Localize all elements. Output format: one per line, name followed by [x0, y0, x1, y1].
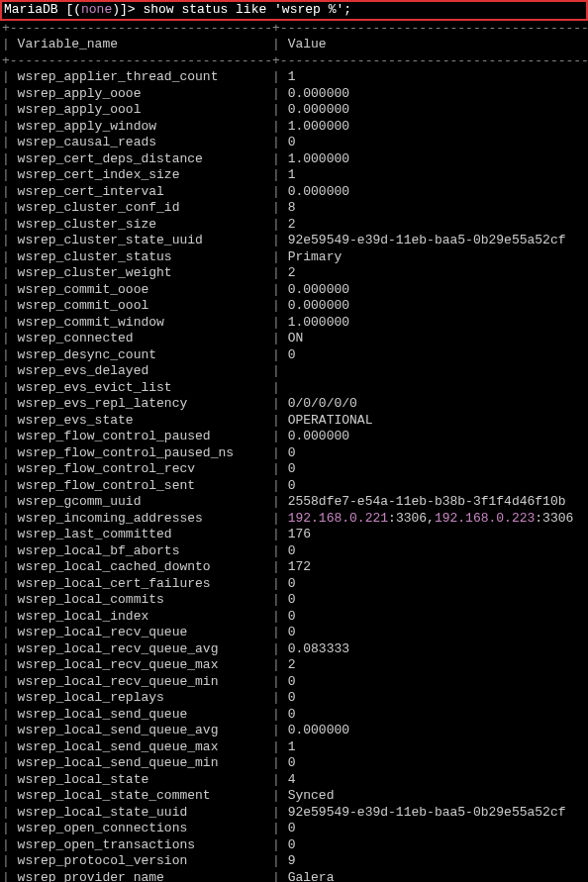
- table-row: | wsrep_provider_name | Galera: [0, 870, 588, 883]
- table-row: | wsrep_evs_repl_latency | 0/0/0/0/0: [0, 396, 588, 413]
- status-value: 0.000000: [288, 86, 349, 101]
- status-variable: wsrep_local_cert_failures: [18, 576, 265, 591]
- status-value: 0: [288, 755, 296, 770]
- status-variable: wsrep_local_recv_queue: [18, 625, 265, 639]
- status-variable: wsrep_connected: [18, 331, 265, 345]
- status-value: 0.000000: [288, 184, 349, 199]
- sql-prompt[interactable]: MariaDB [(none)]> show status like 'wsre…: [0, 0, 588, 21]
- status-variable: wsrep_local_bf_aborts: [18, 543, 265, 558]
- status-value: 2558dfe7-e54a-11eb-b38b-3f1f4d46f10b: [288, 494, 566, 509]
- status-variable: wsrep_local_commits: [18, 592, 265, 607]
- status-variable: wsrep_cert_deps_distance: [18, 151, 265, 166]
- table-row: | wsrep_evs_evict_list |: [0, 380, 588, 397]
- table-row: | wsrep_protocol_version | 9: [0, 853, 588, 870]
- status-value: 0/0/0/0/0: [288, 396, 357, 411]
- table-row: | wsrep_local_recv_queue_max | 2: [0, 657, 588, 674]
- status-value: 0.000000: [288, 282, 349, 297]
- table-row: | wsrep_gcomm_uuid | 2558dfe7-e54a-11eb-…: [0, 494, 588, 511]
- status-value: 0.083333: [288, 641, 349, 656]
- status-variable: wsrep_evs_delayed: [18, 363, 265, 378]
- table-row: | wsrep_cert_deps_distance | 1.000000: [0, 151, 588, 168]
- status-value: Primary: [288, 249, 343, 264]
- status-value: ON: [288, 331, 304, 345]
- status-value: 0: [288, 576, 296, 591]
- status-variable: wsrep_local_replays: [18, 690, 265, 705]
- status-variable: wsrep_evs_repl_latency: [18, 396, 265, 411]
- table-row: | wsrep_local_commits | 0: [0, 592, 588, 609]
- table-row: | wsrep_flow_control_paused | 0.000000: [0, 429, 588, 445]
- status-variable: wsrep_flow_control_recv: [18, 461, 265, 476]
- table-row: | wsrep_open_transactions | 0: [0, 837, 588, 854]
- status-variable: wsrep_incoming_addresses: [18, 511, 265, 526]
- table-row: | wsrep_desync_count | 0: [0, 347, 588, 364]
- table-row: | wsrep_local_index | 0: [0, 609, 588, 626]
- status-variable: wsrep_open_transactions: [18, 837, 265, 852]
- status-value: 1.000000: [288, 315, 349, 330]
- status-value: 0: [288, 478, 296, 493]
- status-value: 2: [288, 657, 296, 672]
- status-variable: wsrep_cluster_weight: [18, 265, 265, 280]
- status-value: 4: [288, 772, 296, 787]
- status-variable: wsrep_commit_window: [18, 315, 265, 330]
- status-variable: wsrep_applier_thread_count: [18, 69, 265, 84]
- status-variable: wsrep_evs_state: [18, 413, 265, 428]
- status-variable: wsrep_open_connections: [18, 821, 265, 835]
- table-row: | wsrep_last_committed | 176: [0, 527, 588, 543]
- status-value: 0: [288, 707, 296, 722]
- status-variable: wsrep_cluster_status: [18, 249, 265, 264]
- status-variable: wsrep_gcomm_uuid: [18, 494, 265, 509]
- status-value: 172: [288, 559, 311, 574]
- status-value: 0: [288, 135, 296, 149]
- ip-address: 192.168.0.221: [288, 511, 388, 526]
- status-value: 92e59549-e39d-11eb-baa5-0b29e55a52cf: [288, 805, 566, 820]
- status-value: 92e59549-e39d-11eb-baa5-0b29e55a52cf: [288, 233, 566, 247]
- status-variable: wsrep_cluster_size: [18, 217, 265, 232]
- table-row: | wsrep_local_recv_queue_avg | 0.083333: [0, 641, 588, 658]
- table-row: | wsrep_causal_reads | 0: [0, 135, 588, 151]
- table-divider: +----------------------------------+----…: [0, 53, 588, 70]
- table-row: | wsrep_apply_oooe | 0.000000: [0, 86, 588, 103]
- table-row: | wsrep_cluster_state_uuid | 92e59549-e3…: [0, 233, 588, 249]
- status-value: Galera: [288, 870, 335, 883]
- table-row: | wsrep_evs_state | OPERATIONAL: [0, 413, 588, 430]
- status-value: 2: [288, 265, 296, 280]
- status-variable: wsrep_cluster_conf_id: [18, 200, 265, 215]
- status-value: 0: [288, 821, 296, 835]
- status-variable: wsrep_local_send_queue_avg: [18, 723, 265, 737]
- table-row: | wsrep_local_state | 4: [0, 772, 588, 789]
- table-row: | wsrep_open_connections | 0: [0, 821, 588, 837]
- status-variable: wsrep_commit_oool: [18, 298, 265, 313]
- table-row: | wsrep_cluster_weight | 2: [0, 265, 588, 282]
- table-header: | Variable_name | Value: [0, 37, 588, 53]
- status-variable: wsrep_flow_control_paused_ns: [18, 445, 265, 460]
- status-value: 0: [288, 543, 296, 558]
- query-output: +----------------------------------+----…: [0, 21, 588, 883]
- status-value: 0: [288, 347, 296, 362]
- table-row: | wsrep_local_cached_downto | 172: [0, 559, 588, 576]
- status-variable: wsrep_commit_oooe: [18, 282, 265, 297]
- status-value: 0.000000: [288, 723, 349, 737]
- status-variable: wsrep_local_send_queue_min: [18, 755, 265, 770]
- column-header-value: Value: [288, 37, 327, 51]
- status-variable: wsrep_local_recv_queue_min: [18, 674, 265, 689]
- status-variable: wsrep_apply_oooe: [18, 86, 265, 101]
- status-value: 0: [288, 837, 296, 852]
- status-variable: wsrep_protocol_version: [18, 853, 265, 868]
- table-row: | wsrep_local_send_queue_avg | 0.000000: [0, 723, 588, 739]
- status-value: 8: [288, 200, 296, 215]
- status-variable: wsrep_local_state_uuid: [18, 805, 265, 820]
- status-variable: wsrep_flow_control_sent: [18, 478, 265, 493]
- status-value: 0: [288, 609, 296, 624]
- status-variable: wsrep_local_state_comment: [18, 788, 265, 803]
- status-value: 1: [288, 69, 296, 84]
- status-value: 1.000000: [288, 151, 349, 166]
- current-schema: none: [81, 2, 112, 17]
- status-variable: wsrep_evs_evict_list: [18, 380, 265, 395]
- table-row: | wsrep_commit_oooe | 0.000000: [0, 282, 588, 299]
- table-row: | wsrep_local_recv_queue | 0: [0, 625, 588, 641]
- table-row: | wsrep_cluster_size | 2: [0, 217, 588, 234]
- status-value: 1: [288, 739, 296, 754]
- table-row: | wsrep_local_send_queue_max | 1: [0, 739, 588, 756]
- status-value: 0: [288, 461, 296, 476]
- status-variable: wsrep_flow_control_paused: [18, 429, 265, 443]
